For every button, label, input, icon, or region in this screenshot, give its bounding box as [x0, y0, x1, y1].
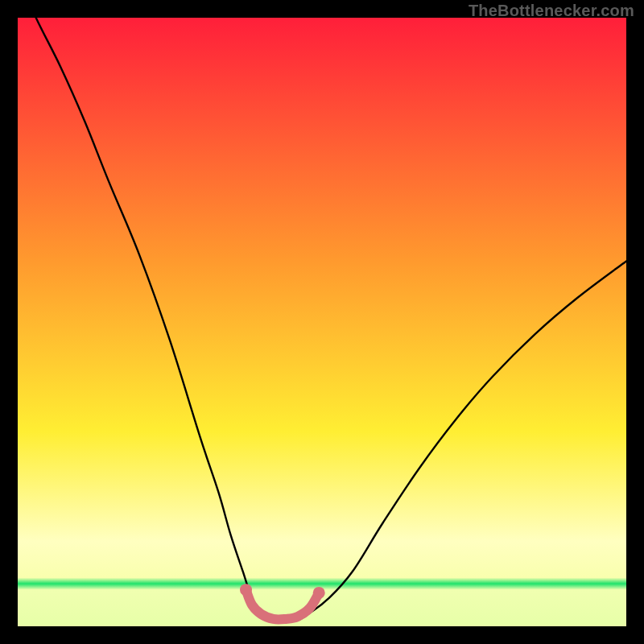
chart-frame: TheBottlenecker.com — [0, 0, 644, 644]
gradient-background — [18, 18, 626, 626]
optimal-range-endpoint — [313, 587, 325, 599]
plot-area — [18, 18, 626, 626]
optimal-range-endpoint — [240, 584, 252, 596]
chart-svg — [18, 18, 626, 626]
attribution-text: TheBottlenecker.com — [469, 2, 634, 20]
